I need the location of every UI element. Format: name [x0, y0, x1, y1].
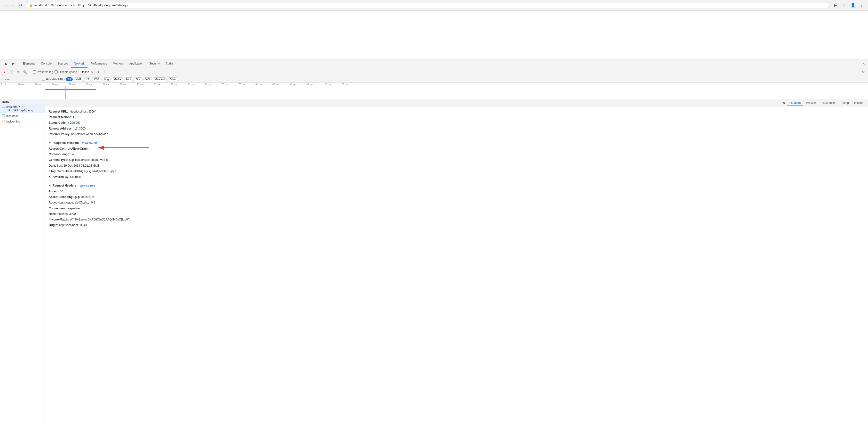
- etag-name: ETag:: [49, 170, 57, 173]
- close-detail-button[interactable]: ✕: [781, 101, 787, 106]
- tab-network[interactable]: Network: [71, 59, 88, 68]
- filter-type-all[interactable]: All: [66, 77, 73, 81]
- remote-address-value: [::1]:3000: [73, 127, 86, 130]
- request-headers-toggle[interactable]: ▼: [49, 185, 51, 187]
- timeline-label-50ms: 50 ms: [153, 83, 169, 86]
- red-arrow-annotation: [97, 144, 151, 151]
- menu-icon[interactable]: ⋮: [858, 2, 865, 9]
- filter-type-img[interactable]: Img: [102, 77, 111, 81]
- request-url-label: Request URL:: [49, 110, 69, 113]
- tab-performance[interactable]: Performance: [88, 59, 110, 68]
- accept-encoding-row: Accept-Encoding: gzip, deflate, br: [49, 194, 864, 200]
- accept-row: Accept: */*: [49, 189, 864, 194]
- tab-audits[interactable]: Audits: [163, 59, 177, 68]
- detail-tab-timing[interactable]: Timing: [838, 100, 851, 106]
- inspect-element-icon[interactable]: ▶: [3, 60, 10, 67]
- remote-address-row: Remote Address: [::1]:3000: [49, 126, 864, 132]
- filter-input[interactable]: [2, 77, 41, 82]
- timeline-label-85ms: 85 ms: [271, 83, 288, 86]
- tab-application[interactable]: Application: [126, 59, 146, 68]
- tab-security[interactable]: Security: [146, 59, 163, 68]
- cors-file-name: cors.html?_ijt=n5k34bqslggonq...: [6, 105, 43, 112]
- filter-type-manifest[interactable]: Manifest: [153, 77, 167, 81]
- clear-button[interactable]: ⚪: [9, 69, 14, 75]
- forward-button[interactable]: →: [10, 2, 16, 8]
- back-button[interactable]: ←: [3, 2, 9, 8]
- throttle-select[interactable]: Online: [79, 69, 94, 75]
- settings-icon[interactable]: ⚙: [861, 69, 866, 75]
- detail-tab-initiator[interactable]: Initiator: [852, 100, 866, 106]
- tab-memory[interactable]: Memory: [110, 59, 126, 68]
- content-length-name: Content-Length:: [49, 152, 72, 156]
- tab-sources[interactable]: Sources: [55, 59, 71, 68]
- date-name: Date:: [49, 164, 57, 167]
- tab-elements[interactable]: Elements: [20, 59, 38, 68]
- response-headers-title: ▼ Response Headers view source: [49, 141, 864, 145]
- preserve-log-checkbox[interactable]: [33, 70, 36, 74]
- devtools-tabs: Elements Console Sources Network Perform…: [19, 59, 178, 68]
- detail-tab-preview[interactable]: Preview: [804, 100, 819, 106]
- devtools-topbar: ▶ ◤ Elements Console Sources Network Per…: [0, 59, 868, 68]
- tab-console[interactable]: Console: [38, 59, 55, 68]
- close-devtools-icon[interactable]: ✕: [860, 60, 867, 67]
- origin-name: Origin:: [49, 223, 59, 227]
- bookmark-icon[interactable]: ☆: [841, 2, 848, 9]
- filter-type-ws[interactable]: WS: [144, 77, 152, 81]
- screenshot-icon[interactable]: ▶: [832, 2, 839, 9]
- timeline-chart: [0, 87, 868, 99]
- filter-type-doc[interactable]: Doc: [134, 77, 143, 81]
- detail-tab-headers[interactable]: Headers: [787, 100, 803, 106]
- file-item-localhost[interactable]: localhost: [0, 113, 44, 119]
- host-row: Host: localhost:3000: [49, 211, 864, 217]
- response-headers-section-label: Response Headers: [53, 141, 79, 145]
- browser-actions: ▶ ☆ 👤 ⋮: [832, 2, 865, 9]
- request-url-value: http://localhost:3000/: [69, 110, 96, 113]
- separator-1: [30, 70, 30, 74]
- x-powered-by-row: X-Powered-By: Express: [49, 174, 864, 180]
- status-indicator: ●: [67, 121, 70, 124]
- file-item-favicon[interactable]: favicon.ico: [0, 119, 44, 124]
- content-length-row: Content-Length: 48: [49, 151, 864, 157]
- reload-button[interactable]: ↻: [18, 2, 23, 8]
- timeline-label-105ms: 105 ms: [339, 83, 356, 86]
- hide-data-urls-checkbox[interactable]: [42, 78, 45, 81]
- request-method-row: Request Method: GET: [49, 114, 864, 120]
- more-tabs-icon[interactable]: ⋮: [852, 60, 859, 67]
- filter-bar: Hide data URLs All XHR JS CSS Img Media …: [0, 76, 868, 83]
- request-method-label: Request Method:: [49, 115, 73, 119]
- filter-type-css[interactable]: CSS: [92, 77, 101, 81]
- file-item-cors[interactable]: cors.html?_ijt=n5k34bqslggonq...: [0, 104, 44, 113]
- filter-type-xhr[interactable]: XHR: [74, 77, 83, 81]
- response-headers-toggle[interactable]: ▼: [49, 141, 51, 144]
- disable-cache-label[interactable]: Disable cache: [55, 70, 77, 74]
- address-bar[interactable]: 🔒 localhost:63343/demo/cors.html?_ijt=n5…: [26, 2, 830, 8]
- detail-tabs: ✕ Headers Preview Response Timing Initia…: [45, 99, 868, 107]
- export-button[interactable]: ⇩: [102, 69, 107, 75]
- date-row: Date: Sun, 29 Dec 2019 08:21:13 GMT: [49, 163, 864, 169]
- filter-type-font[interactable]: Font: [124, 77, 133, 81]
- request-headers-view-source[interactable]: view source: [80, 184, 95, 187]
- import-button[interactable]: ⇧: [96, 69, 101, 75]
- timeline-label-20ms: 20 ms: [51, 83, 68, 86]
- timeline-labels-bar: 5 ms 10 ms 15 ms 20 ms 25 ms 30 ms 35 ms…: [0, 83, 868, 87]
- timeline-label-15ms: 15 ms: [34, 83, 51, 86]
- request-method-value: GET: [73, 115, 79, 119]
- detail-tab-response[interactable]: Response: [819, 100, 837, 106]
- device-toolbar-icon[interactable]: ◤: [10, 60, 17, 67]
- profile-icon[interactable]: 👤: [849, 2, 856, 9]
- disable-cache-checkbox[interactable]: [55, 70, 58, 74]
- import-export-buttons: ⇧ ⇩: [96, 69, 107, 75]
- filter-icon[interactable]: ▿: [16, 69, 21, 75]
- filter-type-media[interactable]: Media: [112, 77, 123, 81]
- timeline-label-5ms: 5 ms: [0, 83, 17, 86]
- request-headers-section: ▼ Request Headers view source Accept: */…: [49, 184, 864, 228]
- response-headers-view-source[interactable]: view source: [82, 141, 97, 144]
- filter-type-other[interactable]: Other: [168, 77, 178, 81]
- preserve-log-label[interactable]: Preserve log: [33, 70, 53, 74]
- favicon-file-name: favicon.ico: [6, 120, 20, 123]
- record-button[interactable]: ●: [2, 69, 7, 75]
- filter-type-js[interactable]: JS: [84, 77, 91, 81]
- search-icon[interactable]: 🔍: [22, 69, 28, 75]
- hide-data-urls-toggle[interactable]: Hide data URLs: [42, 78, 65, 81]
- request-headers-section-label: Request Headers: [53, 184, 76, 187]
